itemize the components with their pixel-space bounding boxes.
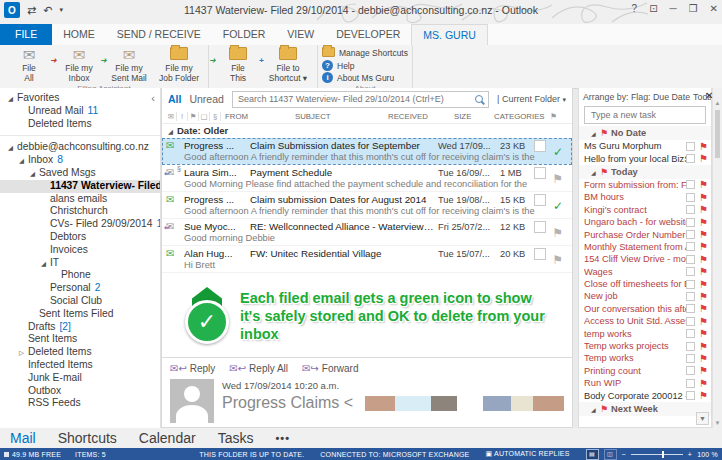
flag-icon[interactable]: ⚑ — [699, 378, 708, 389]
task-checkbox[interactable] — [686, 292, 695, 301]
task-item[interactable]: Ungaro bach - for website⚑ — [579, 216, 711, 228]
zoom-level[interactable]: 100 % — [697, 451, 718, 458]
task-scroll-down-icon[interactable]: ▼ — [696, 412, 709, 425]
folder-item-unread-mail[interactable]: Unread Mail11 — [0, 105, 160, 118]
folder-item-junk-e-mail[interactable]: Junk E-mail — [0, 372, 160, 385]
task-arrange-row[interactable]: Arrange by: Flag: Due Date Today ▲ — [579, 88, 711, 104]
outlook-logo-icon[interactable]: O — [4, 2, 20, 18]
zoom-slider[interactable] — [631, 454, 683, 455]
qat-customize-icon[interactable]: ▾ — [59, 6, 63, 14]
task-checkbox[interactable] — [686, 342, 695, 351]
task-item[interactable]: Body Corporate 200012 - MV...⚑ — [579, 389, 711, 401]
reply-all-button[interactable]: ✉↩Reply All — [229, 363, 288, 374]
reminder-column-icon[interactable]: ⚑ — [188, 112, 199, 121]
ribbon-options-button[interactable]: ⊡ — [649, 3, 657, 14]
folder-item-11437-waterview-filed-29-10-2014[interactable]: 11437 Waterview- Filed 29/10/2014 — [0, 180, 160, 193]
folder-item-inbox[interactable]: ◢Inbox8 — [0, 154, 160, 167]
flag-icon[interactable]: ⚑ — [699, 353, 708, 364]
task-group-next-week[interactable]: ◢⚑Next Week — [579, 402, 711, 416]
close-button[interactable]: ✕ — [710, 3, 718, 14]
folder-item-saved-msgs[interactable]: ◢Saved Msgs — [0, 167, 160, 180]
folder-item-debbie-achconsulting-co-nz[interactable]: ◢debbie@achconsulting.co.nz — [0, 141, 160, 154]
filter-all[interactable]: All — [168, 93, 181, 105]
folder-item-outbox[interactable]: Outbox — [0, 385, 160, 398]
flag-icon[interactable]: ⚑ — [699, 192, 708, 203]
flag-icon[interactable]: ⚑ — [552, 253, 563, 267]
reply-button[interactable]: ✉↩Reply — [170, 363, 215, 374]
task-checkbox[interactable] — [686, 154, 695, 163]
flag-icon[interactable]: ⚑ — [699, 229, 708, 240]
help-button[interactable]: ?Help — [322, 60, 354, 71]
task-item[interactable]: Form submission from: Feed...⚑ — [579, 179, 711, 191]
task-checkbox[interactable] — [686, 218, 695, 227]
tab-ms-guru[interactable]: MS. GURU — [411, 24, 488, 45]
scrollbar-thumb[interactable] — [715, 110, 720, 158]
folder-item-debtors[interactable]: Debtors — [0, 231, 160, 244]
task-item[interactable]: Kingi's contract⚑ — [579, 204, 711, 216]
filed-check-icon[interactable]: ✓ — [553, 145, 563, 159]
zoom-out-button[interactable]: − — [622, 451, 626, 458]
task-checkbox[interactable] — [686, 304, 695, 313]
flag-icon[interactable]: ⚑ — [699, 279, 708, 290]
category-box[interactable] — [534, 194, 546, 206]
task-checkbox[interactable] — [686, 391, 695, 400]
doc-column-icon[interactable]: ▢ — [199, 112, 210, 121]
task-checkbox[interactable] — [686, 267, 695, 276]
task-checkbox[interactable] — [686, 366, 695, 375]
zoom-slider-thumb[interactable] — [662, 451, 664, 458]
email-row[interactable]: ✉↩Sue Myoc...RE: Wellconnected Alliance … — [162, 219, 572, 246]
email-row[interactable]: ✉Progress ...Claim Submission dates for … — [162, 138, 572, 165]
new-task-box[interactable] — [584, 106, 706, 124]
icon-column-icon[interactable]: ✉ — [166, 112, 177, 121]
flag-icon[interactable]: ⚑ — [699, 303, 708, 314]
nav-calendar[interactable]: Calendar — [139, 430, 196, 446]
flag-icon[interactable]: ⚑ — [699, 390, 708, 401]
nav-tasks[interactable]: Tasks — [218, 430, 254, 446]
task-checkbox[interactable] — [686, 255, 695, 264]
flag-icon[interactable]: ⚑ — [699, 266, 708, 277]
task-item[interactable]: Purchase Order Number 6500...⚑ — [579, 228, 711, 240]
email-row[interactable]: ✉Alan Hug...FW: Unitec Residential Villa… — [162, 246, 572, 273]
forward-button[interactable]: ✉↪Forward — [302, 363, 358, 374]
todo-bar-close-icon[interactable]: ✕ — [705, 90, 713, 101]
category-box[interactable] — [534, 248, 546, 260]
folder-item-social-club[interactable]: Social Club — [0, 295, 160, 308]
task-item[interactable]: Access to Unit Std. Assessme...⚑ — [579, 315, 711, 327]
flag-icon[interactable]: ⚑ — [552, 226, 563, 240]
task-checkbox[interactable] — [686, 379, 695, 388]
task-checkbox[interactable] — [686, 317, 695, 326]
flag-icon[interactable]: ⚑ — [552, 172, 563, 186]
help-button[interactable]: ? — [632, 3, 638, 14]
flag-icon[interactable]: ⚑ — [699, 241, 708, 252]
task-item[interactable]: Printing count⚑ — [579, 365, 711, 377]
manage-shortcuts-button[interactable]: Manage Shortcuts — [322, 47, 408, 59]
flag-icon[interactable]: ⚑ — [699, 365, 708, 376]
flag-icon[interactable]: ⚑ — [699, 328, 708, 339]
file-my-inbox-button[interactable]: ✉➜File myInbox — [54, 46, 104, 83]
task-checkbox[interactable] — [686, 280, 695, 289]
collapse-folder-pane-icon[interactable]: ‹ — [151, 92, 155, 104]
tab-home[interactable]: HOME — [52, 24, 106, 45]
folder-item-drafts[interactable]: Drafts[2] — [0, 321, 160, 334]
task-item[interactable]: Ms Guru Morphum⚑ — [579, 140, 711, 152]
task-item[interactable]: Our conversation this aftern...⚑ — [579, 303, 711, 315]
task-checkbox[interactable] — [686, 230, 695, 239]
search-input[interactable] — [236, 93, 475, 105]
filed-check-icon[interactable]: ✓ — [553, 199, 563, 213]
flag-icon[interactable]: ⚑ — [699, 341, 708, 352]
flag-icon[interactable]: ⚑ — [699, 217, 708, 228]
date-group-header[interactable]: ◢Date: Older — [162, 124, 572, 138]
folder-item-invoices[interactable]: Invoices — [0, 244, 160, 257]
folder-item-deleted-items[interactable]: Deleted Items — [0, 118, 160, 131]
folder-item-infected-items[interactable]: Infected Items — [0, 359, 160, 372]
folder-item-it[interactable]: ◢IT — [0, 257, 160, 270]
task-item[interactable]: 154 Cliff View Drive - more p...⚑ — [579, 253, 711, 265]
vertical-scrollbar[interactable]: ▲ ▼ — [712, 88, 722, 428]
attachment-column-icon[interactable]: § — [210, 112, 221, 121]
file-my-job-folder-button[interactable]: File myJob Folder — [154, 46, 204, 83]
folder-item-christchurch[interactable]: Christchurch — [0, 205, 160, 218]
column-categories[interactable]: CATEGORIES — [490, 112, 550, 121]
category-box[interactable] — [534, 167, 546, 179]
flag-icon[interactable]: ⚑ — [699, 179, 708, 190]
search-scope-dropdown[interactable]: | Current Folder ▾ — [497, 94, 566, 104]
